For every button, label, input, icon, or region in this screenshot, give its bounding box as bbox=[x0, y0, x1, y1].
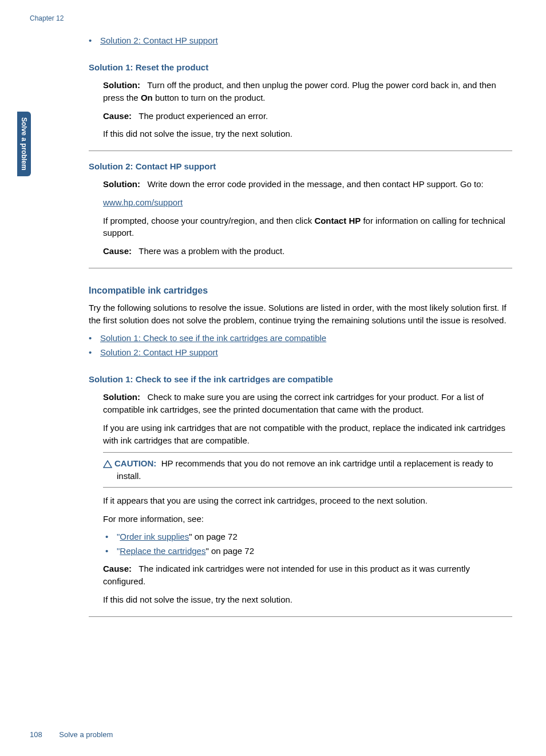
caution-label: CAUTION: bbox=[114, 458, 156, 468]
solution1-check-moreinfo: For more information, see: bbox=[103, 513, 512, 525]
incompatible-bullets: Solution 1: Check to see if the ink cart… bbox=[89, 332, 512, 358]
solution1-reset-text2: button to turn on the product. bbox=[153, 93, 266, 102]
solution1-check-link[interactable]: Solution 1: Check to see if the ink cart… bbox=[100, 333, 326, 343]
incompatible-bullet1: Solution 1: Check to see if the ink cart… bbox=[89, 332, 512, 344]
caution-box: CAUTION: HP recommends that you do not r… bbox=[103, 452, 512, 488]
solution1-reset-cause: Cause: The product experienced an error. bbox=[103, 110, 512, 122]
solution2-contact-solution: Solution: Write down the error code prov… bbox=[103, 178, 512, 191]
incompatible-heading: Incompatible ink cartridges bbox=[89, 286, 512, 296]
cause-text: The product experienced an error. bbox=[139, 111, 268, 121]
cause-label: Cause: bbox=[103, 111, 132, 121]
solution-label: Solution: bbox=[103, 80, 140, 90]
contact-hp-bold: Contact HP bbox=[314, 216, 361, 225]
incompatible-intro: Try the following solutions to resolve t… bbox=[89, 302, 512, 327]
on-bold: On bbox=[141, 93, 153, 102]
more-info-bullets: "Order ink supplies" on page 72 "Replace… bbox=[103, 531, 512, 557]
solution1-check-solution: Solution: Check to make sure you are usi… bbox=[103, 391, 512, 416]
cause-text: The indicated ink cartridges were not in… bbox=[103, 564, 470, 586]
solution2-contact-prompt: If prompted, choose your country/region,… bbox=[103, 215, 512, 240]
top-bullet-list: Solution 2: Contact HP support bbox=[89, 34, 512, 46]
footer: 108 Solve a problem bbox=[30, 730, 113, 739]
solution1-check-replace: If you are using ink cartridges that are… bbox=[103, 422, 512, 447]
solution-label: Solution: bbox=[103, 179, 140, 189]
page-number: 108 bbox=[30, 730, 42, 739]
solution1-reset-solution: Solution: Turn off the product, and then… bbox=[103, 79, 512, 104]
solution1-reset-block: Solution: Turn off the product, and then… bbox=[89, 79, 512, 140]
order-supplies-item: "Order ink supplies" on page 72 bbox=[105, 531, 512, 543]
order-supplies-page: " on page 72 bbox=[189, 532, 238, 541]
solution1-check-proceed: If it appears that you are using the cor… bbox=[103, 494, 512, 507]
caution-icon bbox=[103, 460, 112, 468]
caution-text: HP recommends that you do not remove an … bbox=[117, 458, 493, 481]
solution2-link-top[interactable]: Solution 2: Contact HP support bbox=[100, 35, 218, 45]
solution1-reset-heading: Solution 1: Reset the product bbox=[89, 62, 512, 72]
solution1-check-text: Check to make sure you are using the cor… bbox=[103, 392, 484, 414]
solution1-check-heading: Solution 1: Check to see if the ink cart… bbox=[89, 374, 512, 384]
solution1-reset-trynext: If this did not solve the issue, try the… bbox=[103, 128, 512, 140]
replace-cartridges-wrap: "Replace the cartridges bbox=[117, 546, 205, 556]
hp-support-link[interactable]: www.hp.com/support bbox=[103, 197, 183, 207]
main-content: Solution 2: Contact HP support Solution … bbox=[89, 34, 512, 627]
order-supplies-wrap: "Order ink supplies bbox=[117, 532, 189, 541]
cause-text: There was a problem with the product. bbox=[139, 246, 284, 256]
replace-cartridges-page: " on page 72 bbox=[205, 546, 254, 556]
solution2-contact-block: Solution: Write down the error code prov… bbox=[89, 178, 512, 258]
footer-section: Solve a problem bbox=[59, 730, 113, 739]
divider bbox=[89, 268, 512, 268]
divider bbox=[89, 151, 512, 151]
caution-content: CAUTION: HP recommends that you do not r… bbox=[103, 457, 512, 482]
solution2-contact-link[interactable]: Solution 2: Contact HP support bbox=[100, 347, 218, 357]
solution1-check-trynext: If this did not solve the issue, try the… bbox=[103, 593, 512, 606]
cause-label: Cause: bbox=[103, 564, 132, 573]
support-link-line: www.hp.com/support bbox=[103, 196, 512, 209]
solution1-check-cause: Cause: The indicated ink cartridges were… bbox=[103, 563, 512, 588]
side-tab: Solve a problem bbox=[17, 112, 31, 176]
replace-cartridges-item: "Replace the cartridges" on page 72 bbox=[105, 545, 512, 557]
prompt-text1: If prompted, choose your country/region,… bbox=[103, 216, 314, 225]
divider bbox=[89, 616, 512, 617]
chapter-label: Chapter 12 bbox=[30, 14, 64, 22]
order-supplies-link[interactable]: Order ink supplies bbox=[120, 532, 189, 541]
solution2-contact-text: Write down the error code provided in th… bbox=[148, 179, 484, 189]
solution2-contact-cause: Cause: There was a problem with the prod… bbox=[103, 245, 512, 258]
solution2-contact-heading: Solution 2: Contact HP support bbox=[89, 161, 512, 171]
top-bullet-item: Solution 2: Contact HP support bbox=[89, 34, 512, 46]
incompatible-bullet2: Solution 2: Contact HP support bbox=[89, 346, 512, 358]
solution-label: Solution: bbox=[103, 392, 140, 402]
replace-cartridges-link[interactable]: Replace the cartridges bbox=[120, 546, 205, 556]
cause-label: Cause: bbox=[103, 246, 132, 256]
solution1-check-block: Solution: Check to make sure you are usi… bbox=[89, 391, 512, 605]
